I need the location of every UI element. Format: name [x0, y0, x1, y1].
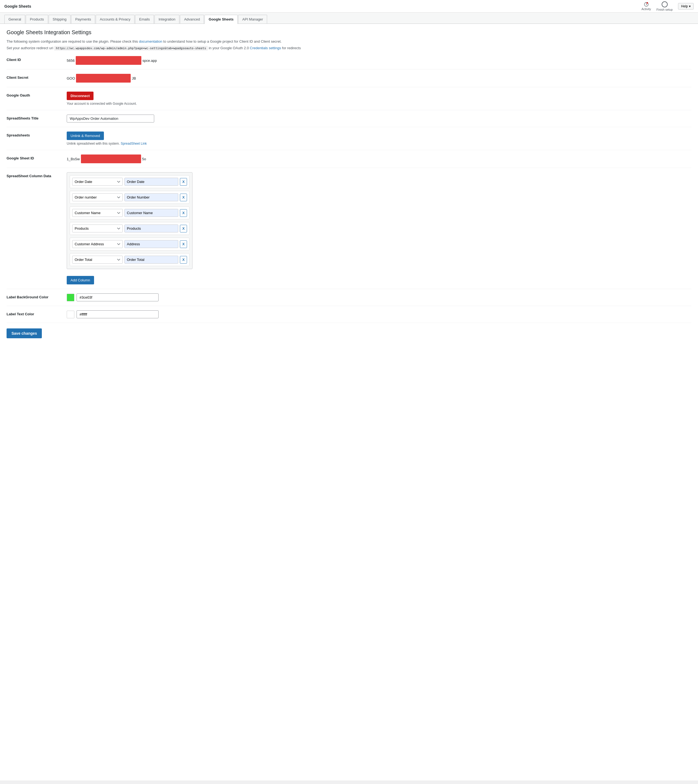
- documentation-link[interactable]: documentation: [139, 40, 162, 43]
- save-button[interactable]: Save changes: [7, 328, 42, 338]
- svg-point-1: [646, 2, 648, 3]
- column-input-4[interactable]: [124, 240, 178, 248]
- table-row: Customer Address X: [70, 238, 189, 250]
- description-line2: Set your authorize redirect uri https://…: [7, 45, 691, 51]
- column-remove-4[interactable]: X: [180, 240, 187, 248]
- connected-text: Your account is connected with Google Ac…: [67, 102, 691, 105]
- main-content: Google Sheets Integration Settings The f…: [0, 24, 698, 781]
- column-select-5[interactable]: Order Total: [72, 256, 123, 264]
- tab-google-sheets[interactable]: Google Sheets: [204, 15, 237, 24]
- column-input-1[interactable]: [124, 193, 178, 201]
- table-row: Order number X: [70, 191, 189, 204]
- unlink-desc: Unlink spreadsheet with this system. Spr…: [67, 142, 691, 145]
- column-data-row: SpreadSheet Column Data Order Date X Ord…: [7, 168, 691, 289]
- label-bg-color-field: [67, 293, 691, 301]
- column-remove-2[interactable]: X: [180, 209, 187, 217]
- activity-icon: [644, 2, 649, 7]
- column-remove-0[interactable]: X: [180, 178, 187, 186]
- spreadsheet-link[interactable]: SpreadSheet Link: [120, 142, 147, 145]
- help-button[interactable]: Help ▾: [678, 3, 694, 10]
- top-bar-actions: Activity Finish setup Help ▾: [641, 2, 694, 11]
- label-bg-color-row: Label BackGround Color: [7, 289, 691, 306]
- tab-products[interactable]: Products: [26, 15, 48, 23]
- client-id-row: Client ID 5656 spce.app: [7, 52, 691, 69]
- column-input-0[interactable]: [124, 178, 178, 186]
- save-section: Save changes: [7, 323, 691, 344]
- tab-emails[interactable]: Emails: [135, 15, 154, 23]
- top-bar: Google Sheets Activity Finish setup Help…: [0, 0, 698, 13]
- bg-color-swatch[interactable]: [67, 294, 74, 301]
- bg-color-input[interactable]: [77, 293, 158, 301]
- disconnect-button[interactable]: Disconnect: [67, 92, 94, 100]
- column-data-label: SpreadSheet Column Data: [7, 172, 67, 178]
- spreadsheets-label: Spreadsheets: [7, 132, 67, 137]
- client-secret-field: GOO JB: [67, 74, 691, 82]
- color-picker-text: [67, 310, 691, 318]
- google-oauth-row: Google Oauth Disconnect Your account is …: [7, 87, 691, 110]
- column-select-0[interactable]: Order Date: [72, 178, 123, 186]
- column-remove-1[interactable]: X: [180, 194, 187, 201]
- column-data-field: Order Date X Order number X Customer Nam…: [67, 172, 691, 284]
- google-sheet-id-field: 1_BsSw 5o: [67, 155, 691, 163]
- activity-action[interactable]: Activity: [641, 2, 651, 11]
- column-input-2[interactable]: [124, 209, 178, 217]
- google-oauth-label: Google Oauth: [7, 92, 67, 97]
- column-remove-5[interactable]: X: [180, 256, 187, 264]
- label-text-color-label: Label Text Color: [7, 310, 67, 316]
- label-text-color-field: [67, 310, 691, 318]
- column-select-2[interactable]: Customer Name: [72, 209, 123, 217]
- column-select-4[interactable]: Customer Address: [72, 240, 123, 248]
- sheet-id-suffix: 5o: [142, 157, 146, 161]
- tab-accounts-privacy[interactable]: Accounts & Privacy: [96, 15, 135, 23]
- spreadsheets-title-label: SpreadSheets Title: [7, 115, 67, 120]
- credentials-link[interactable]: Credentials settings: [250, 46, 281, 50]
- tab-general[interactable]: General: [4, 15, 25, 23]
- spreadsheets-title-row: SpreadSheets Title: [7, 110, 691, 127]
- table-row: Products X: [70, 222, 189, 235]
- google-oauth-field: Disconnect Your account is connected wit…: [67, 92, 691, 105]
- text-color-swatch[interactable]: [67, 311, 74, 318]
- sheet-id-redacted: [81, 155, 141, 163]
- app-title: Google Sheets: [4, 4, 31, 8]
- tab-api-manager[interactable]: API Manager: [238, 15, 267, 23]
- sheet-id-prefix: 1_BsSw: [67, 157, 80, 161]
- client-id-label: Client ID: [7, 56, 67, 62]
- unlink-button[interactable]: Unlink & Removed: [67, 132, 104, 140]
- spreadsheets-title-input[interactable]: [67, 115, 154, 122]
- column-remove-3[interactable]: X: [180, 225, 187, 232]
- column-input-3[interactable]: [124, 224, 178, 232]
- client-secret-row: Client Secret GOO JB: [7, 69, 691, 87]
- table-row: Customer Name X: [70, 206, 189, 219]
- tab-shipping[interactable]: Shipping: [49, 15, 71, 23]
- color-picker-bg: [67, 293, 691, 301]
- google-sheet-id-label: Google Sheet ID: [7, 155, 67, 160]
- spreadsheets-row: Spreadsheets Unlink & Removed Unlink spr…: [7, 127, 691, 150]
- description-line1: The following system configuration are r…: [7, 39, 691, 44]
- add-column-button[interactable]: Add Column: [67, 276, 94, 284]
- text-color-input[interactable]: [77, 310, 158, 318]
- column-select-1[interactable]: Order number: [72, 193, 123, 201]
- tabs-bar: General Products Shipping Payments Accou…: [0, 13, 698, 24]
- client-secret-redacted: [76, 74, 131, 82]
- client-id-field: 5656 spce.app: [67, 56, 691, 65]
- finish-setup-action[interactable]: Finish setup: [657, 2, 673, 11]
- client-id-prefix: 5656: [67, 59, 75, 63]
- client-id-suffix: spce.app: [142, 59, 157, 63]
- spreadsheets-field: Unlink & Removed Unlink spreadsheet with…: [67, 132, 691, 145]
- label-bg-color-label: Label BackGround Color: [7, 293, 67, 299]
- client-secret-prefix: GOO: [67, 76, 75, 81]
- column-input-5[interactable]: [124, 256, 178, 264]
- label-text-color-row: Label Text Color: [7, 306, 691, 323]
- column-select-3[interactable]: Products: [72, 224, 123, 232]
- table-row: Order Total X: [70, 253, 189, 266]
- tab-payments[interactable]: Payments: [71, 15, 95, 23]
- client-secret-suffix: JB: [132, 76, 136, 81]
- spreadsheets-title-field: [67, 115, 691, 122]
- finish-setup-icon: [662, 2, 668, 7]
- redirect-uri: https://wc.wpappsdev.com/wp-admin/admin.…: [54, 46, 208, 51]
- column-data-container: Order Date X Order number X Customer Nam…: [67, 172, 193, 269]
- tab-integration[interactable]: Integration: [155, 15, 179, 23]
- page-title: Google Sheets Integration Settings: [7, 29, 691, 36]
- tab-advanced[interactable]: Advanced: [180, 15, 204, 23]
- chevron-down-icon: ▾: [689, 4, 691, 8]
